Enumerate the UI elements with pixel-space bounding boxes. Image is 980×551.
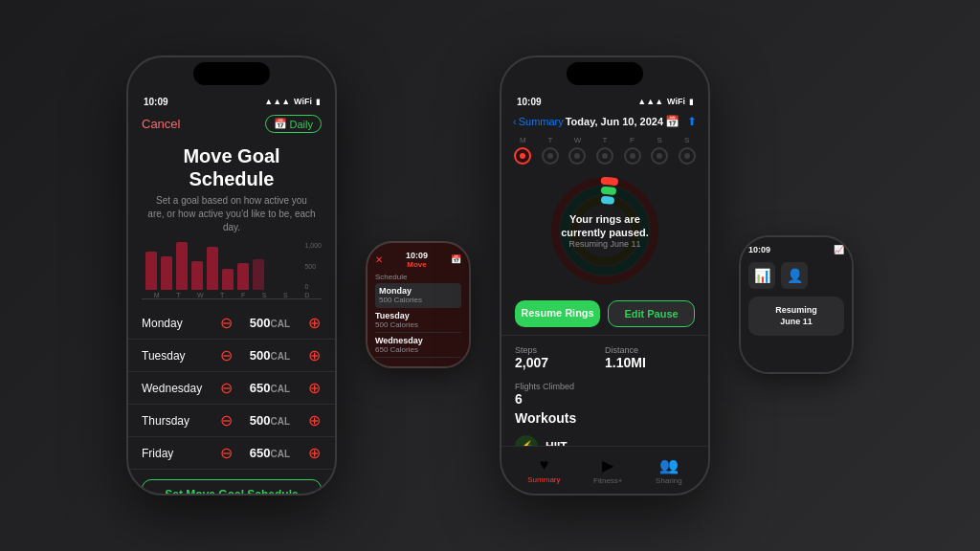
week-day-fri: F xyxy=(624,136,641,165)
cancel-button[interactable]: Cancel xyxy=(142,117,180,131)
plus-tuesday[interactable]: ⊕ xyxy=(306,346,322,364)
minus-friday[interactable]: ⊖ xyxy=(218,444,234,462)
flights-label: Flights Climbed xyxy=(515,382,695,391)
day-cal-wednesday: ⊖ 650CAL ⊕ xyxy=(218,379,322,397)
left-phone-screen: 10:09 ▲▲▲ WiFi ▮ Cancel 📅 Daily Move Goa… xyxy=(128,57,335,494)
calendar-watch-icon: 📅 xyxy=(451,254,461,264)
right-wifi-icon: WiFi xyxy=(667,97,685,106)
plus-thursday[interactable]: ⊕ xyxy=(306,411,322,430)
fitness-tab-label: Fitness+ xyxy=(593,476,622,485)
right-watch-status: 10:09 📈 xyxy=(748,245,844,254)
right-watch-bars: 📊 👤 xyxy=(748,258,844,293)
chevron-left-icon: ‹ xyxy=(513,116,517,127)
bar-sun xyxy=(237,263,249,290)
left-status-bar: 10:09 ▲▲▲ WiFi ▮ xyxy=(128,84,335,111)
signal-icon: ▲▲▲ xyxy=(264,97,290,106)
tab-sharing[interactable]: 👥 Sharing xyxy=(656,456,682,485)
sharing-tab-icon: 👥 xyxy=(659,456,679,474)
workouts-title: Workouts xyxy=(515,410,695,426)
summary-action-icons: 📅 ⬆ xyxy=(665,115,697,128)
left-watch: ✕ 10:09 Move 📅 Schedule Monday 500 Calor… xyxy=(366,241,471,368)
right-signal-icon: ▲▲▲ xyxy=(637,97,663,106)
dynamic-island-left xyxy=(193,62,270,85)
watch-day-tuesday: Tuesday 500 Calories xyxy=(375,308,461,333)
left-time: 10:09 xyxy=(144,97,168,107)
left-status-icons: ▲▲▲ WiFi ▮ xyxy=(264,97,320,106)
minus-thursday[interactable]: ⊖ xyxy=(218,411,234,430)
plus-monday[interactable]: ⊕ xyxy=(306,314,322,332)
right-watch-time: 10:09 xyxy=(748,245,770,254)
rings-center-text: Your rings arecurrently paused. Resuming… xyxy=(561,212,649,250)
day-cal-tuesday: ⊖ 500CAL ⊕ xyxy=(218,346,322,364)
left-watch-status: ✕ 10:09 Move 📅 xyxy=(375,251,461,269)
right-status-icons: ▲▲▲ WiFi ▮ xyxy=(637,97,693,106)
watch-day-monday: Monday 500 Calories xyxy=(375,283,461,308)
tab-bar: ♥ Summary ▶ Fitness+ 👥 Sharing xyxy=(501,446,708,494)
week-day-sun: S xyxy=(679,136,696,165)
minus-tuesday[interactable]: ⊖ xyxy=(218,346,234,364)
summary-date: Today, Jun 10, 2024 xyxy=(566,116,663,127)
chart-icon: 📈 xyxy=(834,245,844,254)
fitness-tab-icon: ▶ xyxy=(602,456,613,474)
rings-resuming-label: Resuming June 11 xyxy=(561,239,649,249)
scene: 10:09 ▲▲▲ WiFi ▮ Cancel 📅 Daily Move Goa… xyxy=(0,0,980,551)
left-watch-time: 10:09 xyxy=(406,251,428,260)
flights-section: Flights Climbed 6 xyxy=(501,380,708,407)
summary-tab-icon: ♥ xyxy=(540,456,549,474)
watch-resuming-container: ResumingJune 11 xyxy=(748,297,844,336)
chart-area: 1,000 500 0 M T W T F S S D xyxy=(142,242,322,299)
dynamic-island-right xyxy=(567,62,643,85)
right-time: 10:09 xyxy=(517,97,542,107)
back-button[interactable]: ‹ Summary xyxy=(513,116,564,127)
action-buttons: Resume Rings Edit Pause xyxy=(501,293,708,335)
daily-toggle[interactable]: 📅 Daily xyxy=(265,115,322,133)
chart-y-labels: 1,000 500 0 xyxy=(304,242,322,290)
stats-grid: Steps 2,007 Distance 1.10MI xyxy=(501,335,708,380)
edit-pause-button[interactable]: Edit Pause xyxy=(608,300,695,327)
bar-extra xyxy=(253,259,264,290)
right-watch-screen: 10:09 📈 📊 👤 ResumingJune 11 xyxy=(741,237,852,372)
close-icon[interactable]: ✕ xyxy=(375,254,383,265)
right-battery-icon: ▮ xyxy=(689,98,693,106)
day-row-monday: Monday ⊖ 500CAL ⊕ xyxy=(128,307,335,340)
minus-wednesday[interactable]: ⊖ xyxy=(218,379,234,397)
person-icon: 👤 xyxy=(781,262,808,289)
chart-bars xyxy=(142,242,268,290)
set-schedule-button[interactable]: Set Move Goal Schedule xyxy=(142,479,322,494)
left-watch-group: ✕ 10:09 Move 📅 Schedule Monday 500 Calor… xyxy=(366,241,471,387)
bar-mon xyxy=(145,252,157,290)
move-goal-title: Move Goal Schedule xyxy=(128,139,335,194)
move-goal-nav: Cancel 📅 Daily xyxy=(128,111,335,139)
left-watch-label: Move xyxy=(406,260,428,269)
bar-wed xyxy=(176,242,188,290)
day-cal-thursday: ⊖ 500CAL ⊕ xyxy=(218,411,322,430)
day-cal-monday: ⊖ 500CAL ⊕ xyxy=(218,314,322,332)
tab-summary[interactable]: ♥ Summary xyxy=(527,456,560,484)
flights-value: 6 xyxy=(515,391,695,407)
summary-tab-label: Summary xyxy=(527,475,560,484)
day-row-friday: Friday ⊖ 650CAL ⊕ xyxy=(128,437,335,470)
calendar-icon[interactable]: 📅 xyxy=(665,115,679,128)
wifi-icon: WiFi xyxy=(294,97,312,106)
minus-monday[interactable]: ⊖ xyxy=(218,314,234,332)
share-icon[interactable]: ⬆ xyxy=(687,115,697,128)
watch-schedule-title: Schedule xyxy=(375,273,461,281)
left-phone: 10:09 ▲▲▲ WiFi ▮ Cancel 📅 Daily Move Goa… xyxy=(126,55,337,496)
right-phone: 10:09 ▲▲▲ WiFi ▮ ‹ Summary Today, Jun 10… xyxy=(500,55,710,496)
right-watch-group: 10:09 📈 📊 👤 ResumingJune 11 xyxy=(739,235,854,393)
right-phone-screen: 10:09 ▲▲▲ WiFi ▮ ‹ Summary Today, Jun 10… xyxy=(501,57,708,494)
rings-paused-label: Your rings arecurrently paused. xyxy=(561,212,649,240)
bar-sat xyxy=(222,269,234,290)
tab-fitness[interactable]: ▶ Fitness+ xyxy=(593,456,622,485)
plus-wednesday[interactable]: ⊕ xyxy=(306,379,322,397)
watch-resuming-text: ResumingJune 11 xyxy=(756,304,836,328)
plus-friday[interactable]: ⊕ xyxy=(306,444,322,462)
day-row-thursday: Thursday ⊖ 500CAL ⊕ xyxy=(128,405,335,437)
watch-day-wednesday: Wednesday 650 Calories xyxy=(375,333,461,358)
resume-rings-button[interactable]: Resume Rings xyxy=(515,300,600,327)
day-row-wednesday: Wednesday ⊖ 650CAL ⊕ xyxy=(128,372,335,405)
day-cal-friday: ⊖ 650CAL ⊕ xyxy=(218,444,322,462)
week-day-sat: S xyxy=(651,136,668,165)
sharing-tab-label: Sharing xyxy=(656,476,682,485)
rings-container: Your rings arecurrently paused. Resuming… xyxy=(501,168,708,293)
